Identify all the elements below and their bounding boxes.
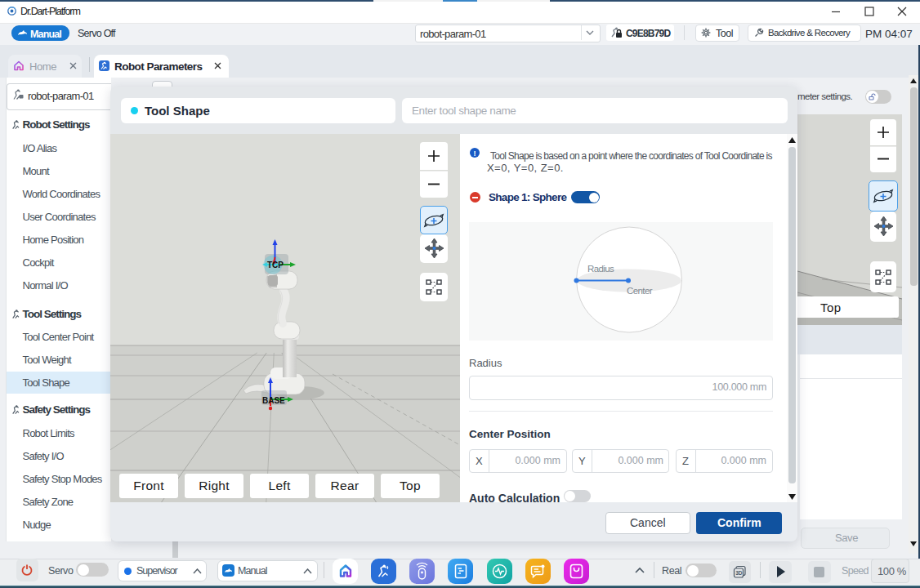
svg-text:Center: Center [627, 286, 653, 296]
svg-text:BASE: BASE [262, 396, 285, 405]
svg-text:3D: 3D [735, 570, 743, 576]
svg-text:Radius: Radius [587, 264, 614, 274]
svg-text:TCP: TCP [267, 261, 284, 270]
